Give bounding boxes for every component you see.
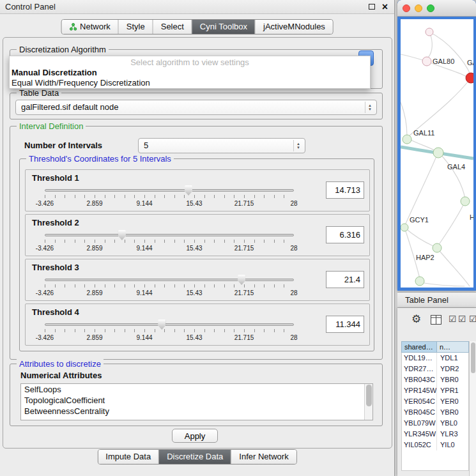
scrollbar-thumb[interactable] [366,385,372,406]
tab-network[interactable]: Network [61,20,119,34]
node-label: GA [467,59,473,66]
slider-scale: -3.426 2.859 9.144 15.43 21.715 28 [45,334,294,342]
dropdown-option-equal-width[interactable]: Equal Width/Frequency Discretization [10,78,370,88]
tab-label: Discretize Data [167,450,223,464]
threshold-2-slider[interactable]: -3.426 2.859 9.144 15.43 21.715 28 [45,230,294,254]
attributes-group: Attributes to discretize Numerical Attri… [10,364,383,426]
slider-handle[interactable] [158,319,165,330]
slider-scale: -3.426 2.859 9.144 15.43 21.715 28 [45,245,294,252]
number-of-intervals-combo[interactable]: 5 ▲▼ [138,138,305,153]
threshold-4-slider[interactable]: -3.426 2.859 9.144 15.43 21.715 28 [45,319,294,344]
column-header-shared-name[interactable]: shared… [401,341,437,353]
table-row[interactable]: YLR345WYLR3 [402,429,468,440]
network-node[interactable] [415,277,424,286]
slider-handle[interactable] [238,275,245,285]
table-row[interactable]: YBR043CYBR0 [402,374,468,385]
control-panel-window: Control Panel × Network Style [0,0,395,476]
threshold-1-value[interactable]: 14.713 [326,181,364,199]
window-title: Control Panel [5,2,56,12]
checkbox-icon[interactable]: ☑ [469,314,476,324]
close-window-icon[interactable] [403,4,410,12]
list-item[interactable]: TopologicalCoefficient [21,395,372,406]
threshold-3-panel: Threshold 3 -3.426 2.859 9.144 15.43 21.… [25,259,370,301]
network-graph: GAL80 GA GAL11 GAL4 GCY1 H HAP2 [401,19,473,288]
network-node-gal4[interactable] [433,148,443,158]
network-node[interactable] [426,28,433,36]
threshold-label: Threshold 1 [32,173,79,183]
checkbox-icon[interactable]: ☑ [458,314,466,324]
threshold-3-slider[interactable]: -3.426 2.859 9.144 15.43 21.715 28 [45,275,294,299]
float-window-icon[interactable] [369,4,375,10]
group-title: Interval Definition [17,121,86,131]
threshold-2-panel: Threshold 2 -3.426 2.859 9.144 15.43 21.… [25,214,370,256]
table-row[interactable]: YIL052CYIL0 [402,440,468,450]
node-label: H [470,213,473,221]
numerical-attributes-label: Numerical Attributes [20,371,102,380]
threshold-4-value[interactable]: 11.344 [326,316,364,333]
column-header-name[interactable]: n… [437,341,469,353]
threshold-3-value[interactable]: 21.4 [326,271,364,288]
slider-track[interactable] [45,234,294,236]
slider-scale: -3.426 2.859 9.144 15.43 21.715 28 [45,200,294,208]
network-node[interactable] [461,197,470,206]
table-scrollbar[interactable] [469,341,476,476]
algorithm-dropdown-popup: Select algorithm to view settings Manual… [9,56,371,89]
slider-track[interactable] [45,279,294,281]
tab-discretize-data[interactable]: Discretize Data [159,450,231,464]
dropdown-placeholder-item[interactable]: Select algorithm to view settings [10,58,370,68]
minimize-window-icon[interactable] [415,4,422,12]
slider-handle[interactable] [118,230,126,240]
close-icon[interactable]: × [382,3,388,11]
network-node-gcy1[interactable] [401,224,408,231]
tab-impute-data[interactable]: Impute Data [98,450,159,464]
tab-cyni-toolbox[interactable]: Cyni Toolbox [192,20,256,34]
scrollbar-thumb[interactable] [471,342,475,373]
table-data-combo[interactable]: galFiltered.sif default node ▲▼ [15,100,377,115]
network-node-hap2[interactable] [433,243,441,252]
tab-label: Network [80,20,111,34]
slider-ticks [45,240,294,243]
zoom-window-icon[interactable] [427,4,434,12]
network-canvas[interactable]: GAL80 GA GAL11 GAL4 GCY1 H HAP2 [401,19,473,288]
combo-stepper-icon[interactable]: ▲▼ [293,140,303,151]
table-panel-window: ⚙ ☑ ☑ ☑ shared… n… YDL19…YDL1 YDR27…YDR2… [397,308,476,476]
gear-icon[interactable]: ⚙ [411,313,421,326]
network-window-titlebar[interactable] [397,0,476,17]
network-node-gal80[interactable] [422,57,431,66]
combo-stepper-icon[interactable]: ▲▼ [365,102,374,113]
list-item[interactable]: BetweennessCentrality [21,406,372,417]
slider-scale: -3.426 2.859 9.144 15.43 21.715 28 [45,289,294,297]
slider-handle[interactable] [185,185,192,196]
tab-style[interactable]: Style [119,20,153,34]
tab-jactivemnodules[interactable]: jActiveMNodules [256,20,333,34]
table-row[interactable]: YPR145WYPR1 [402,385,468,396]
threshold-1-slider[interactable]: -3.426 2.859 9.144 15.43 21.715 28 [45,185,294,210]
table-row[interactable]: YDR27…YDR2 [402,364,468,374]
tab-select[interactable]: Select [153,20,192,34]
slider-ticks [45,195,294,198]
table-row[interactable]: YER054CYER0 [402,396,468,407]
control-panel-titlebar: Control Panel × [0,0,394,14]
interval-definition-group: Interval Definition Number of Intervals … [10,126,383,360]
dropdown-option-manual[interactable]: Manual Discretization [10,68,370,78]
table-row[interactable]: YBR045CYBR0 [402,407,468,418]
apply-button[interactable]: Apply [172,429,218,443]
selected-network-node[interactable] [466,73,473,83]
tab-infer-network[interactable]: Infer Network [231,450,296,464]
network-node-gal11[interactable] [403,135,411,144]
numerical-attributes-list[interactable]: SelfLoops TopologicalCoefficient Between… [20,383,373,420]
list-item[interactable]: SelfLoops [21,384,372,395]
thresholds-group: Threshold's Coordinates for 5 Intervals … [19,158,374,351]
combo-value: galFiltered.sif default node [21,102,118,112]
table-data-group: Table Data galFiltered.sif default node … [10,93,383,119]
threshold-2-value[interactable]: 6.316 [326,226,364,243]
table-row[interactable]: YBL079WYBL0 [402,418,468,429]
table-row[interactable]: YDL19…YDL1 [402,353,468,364]
slider-track[interactable] [45,323,294,326]
slider-track[interactable] [45,189,294,192]
columns-icon[interactable] [431,315,441,325]
checkbox-icon[interactable]: ☑ [449,314,457,324]
top-tabbar: Network Style Select Cyni Toolbox jActiv… [61,19,334,35]
list-scrollbar[interactable] [364,384,372,420]
table-panel-bar[interactable]: Table Panel [397,292,476,308]
